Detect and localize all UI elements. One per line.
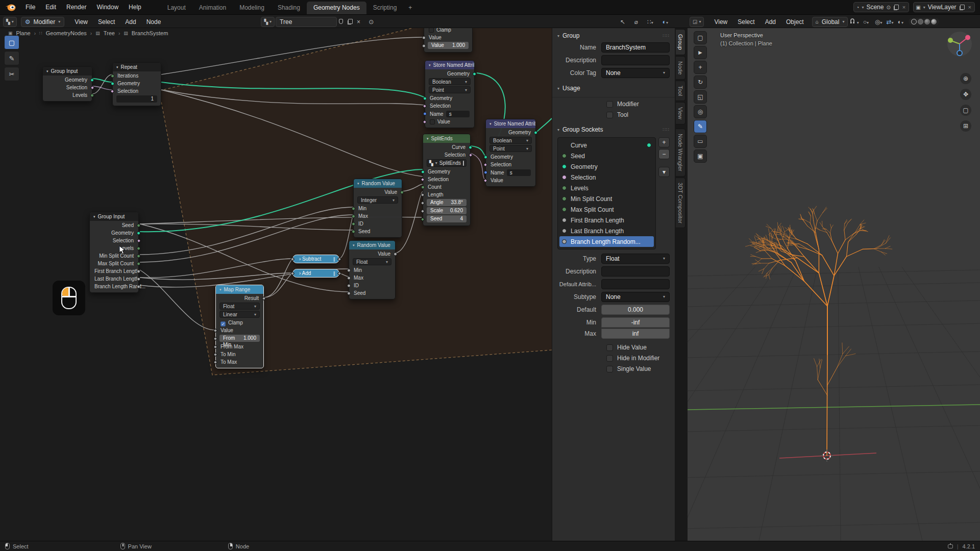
fake-user-shield-icon[interactable] — [463, 161, 464, 166]
node-dropdown[interactable]: Point▾ — [429, 86, 471, 93]
menu-node[interactable]: Node — [141, 17, 166, 27]
camera-view-button[interactable]: ▢ — [960, 105, 971, 116]
cursor-tool-button[interactable]: ► — [694, 46, 707, 59]
value-checkbox[interactable] — [430, 119, 435, 124]
socket-list-item[interactable]: Curve — [558, 140, 655, 151]
output-socket-min-split-count[interactable] — [137, 254, 140, 258]
unlink-icon[interactable]: × — [355, 18, 362, 26]
output-socket-value[interactable] — [394, 252, 397, 256]
new-copy-icon[interactable] — [345, 18, 355, 26]
sidebar-tab-node[interactable]: Node — [676, 56, 685, 80]
socket-list-item[interactable]: Levels — [558, 183, 655, 193]
move-tool-button[interactable]: + — [694, 61, 707, 74]
workspace-tab-layout[interactable]: Layout — [161, 2, 192, 14]
breadcrumb-item[interactable]: GeometryNodes — [46, 30, 87, 36]
node-map-range[interactable]: ▾Map RangeResultFloat▾Linear▾✓ClampValue… — [215, 285, 264, 368]
group-sockets-panel-header[interactable]: ▾Group Sockets ∷∷ — [552, 122, 675, 136]
output-socket-levels[interactable] — [137, 246, 140, 250]
name-input[interactable]: s — [507, 169, 531, 176]
hide-in-modifier-checkbox[interactable] — [606, 355, 613, 362]
cut-links-tool-button[interactable]: ✂ — [4, 67, 19, 81]
remove-socket-button[interactable]: − — [658, 149, 670, 159]
editor-type-button[interactable]: ◲▾ — [690, 17, 704, 27]
parent-node-icon[interactable]: ↖ — [618, 18, 627, 26]
input-socket-max[interactable] — [347, 276, 351, 280]
socket-list-item[interactable]: Seed — [558, 151, 655, 161]
node-value-field[interactable]: Value1.000 — [428, 42, 469, 49]
menu-select[interactable]: Select — [732, 17, 760, 27]
node-subtract[interactable]: › Subtract∥ — [292, 255, 339, 263]
node-clipped-math[interactable]: ClampValueValue1.000 — [424, 28, 473, 53]
node-value-field[interactable]: Scale0.620 — [427, 207, 467, 214]
node-store-named-attribute-2[interactable]: ▾Store Named Attrib...GeometryBoolean▾Po… — [485, 119, 536, 187]
node-header[interactable]: ▾Store Named Attribu... — [425, 61, 474, 69]
sidebar-tab-group[interactable]: Group — [676, 29, 685, 55]
output-socket-geometry[interactable] — [90, 78, 94, 82]
socket-description-field[interactable] — [601, 266, 670, 277]
node-splitends[interactable]: ▾SplitEndsCurveSelection▚▾SplitEndsGeome… — [423, 134, 471, 226]
node-header[interactable]: ▾Group Input — [90, 212, 138, 221]
tree-name-field[interactable]: Tree — [276, 17, 337, 27]
zoom-button[interactable]: ⊕ — [960, 73, 971, 84]
measure-tool-button[interactable]: ▭ — [694, 135, 707, 148]
node-group-input-2[interactable]: ▾Group InputSeedGeometrySelectionLevelsM… — [89, 212, 139, 293]
menu-view[interactable]: View — [69, 17, 93, 27]
sidebar-tab-view[interactable]: View — [676, 102, 685, 124]
input-socket-min[interactable] — [352, 207, 355, 210]
viewlayer-selector[interactable]: ▣▾ ViewLayer × — [913, 2, 975, 12]
node-random-value-2[interactable]: ▾Random ValueValueFloat▾MinMaxIDSeed — [349, 240, 396, 299]
input-socket-name[interactable] — [484, 171, 487, 174]
menu-edit[interactable]: Edit — [40, 2, 61, 12]
breadcrumb-item[interactable]: Tree — [104, 30, 115, 36]
pan-button[interactable]: ✥ — [960, 89, 971, 100]
collapse-icon[interactable]: ▾ — [93, 213, 95, 221]
min-value-field[interactable]: -inf — [601, 317, 670, 328]
tool-checkbox[interactable] — [606, 112, 613, 118]
copy-icon[interactable] — [894, 5, 899, 10]
sidebar-tab-node-wrangler[interactable]: Node Wrangler — [676, 129, 685, 177]
collapse-icon[interactable]: ▾ — [357, 180, 359, 188]
output-socket-seed[interactable] — [137, 223, 140, 227]
navigation-gizmo[interactable] — [946, 31, 973, 57]
input-socket-min[interactable] — [347, 268, 351, 272]
sidebar-tab-tool[interactable]: Tool — [676, 81, 685, 101]
node-value-field[interactable]: Angle33.8° — [427, 199, 467, 206]
node-random-value-1[interactable]: ▾Random ValueValueInteger▾MinMaxIDSeed — [353, 179, 402, 238]
node-header[interactable]: ▾Group Input — [43, 67, 92, 76]
shading-solid-button[interactable] — [918, 19, 923, 24]
snap-icon[interactable]: ∷▾ — [645, 18, 655, 26]
menu-select[interactable]: Select — [93, 17, 120, 27]
overlays-icon[interactable]: ◐▾ — [660, 18, 670, 26]
node-dropdown[interactable]: Boolean▾ — [429, 78, 471, 85]
shading-material-button[interactable] — [924, 19, 930, 24]
input-socket-seed[interactable] — [347, 291, 351, 295]
output-socket-geometry[interactable] — [137, 231, 140, 235]
menu-object[interactable]: Object — [781, 17, 809, 27]
add-cube-tool-button[interactable]: ▣ — [694, 149, 707, 163]
toggle-ortho-button[interactable]: ⊞ — [960, 120, 971, 132]
input-socket-id[interactable] — [347, 284, 351, 287]
menu-help[interactable]: Help — [124, 2, 146, 12]
node-value-field[interactable]: 1 — [116, 95, 157, 103]
menu-add[interactable]: Add — [120, 17, 141, 27]
output-socket-levels[interactable] — [90, 93, 94, 97]
hide-value-checkbox[interactable] — [606, 344, 613, 351]
menu-view[interactable]: View — [709, 17, 732, 27]
input-socket-value[interactable] — [422, 36, 426, 39]
proportional-edit-icon[interactable]: ○▾ — [861, 18, 871, 26]
node-value-field[interactable]: From Min1.000 — [219, 335, 260, 342]
pin-icon[interactable]: ⊙ — [886, 5, 890, 10]
editor-type-button[interactable]: ▚▾ — [3, 17, 17, 27]
add-socket-button[interactable]: + — [658, 137, 670, 147]
node-value-field[interactable]: Seed4 — [427, 215, 467, 222]
node-header[interactable]: ▾SplitEnds — [423, 134, 470, 143]
node-dropdown[interactable]: Point▾ — [489, 145, 532, 152]
output-socket-first-branch-length[interactable] — [137, 269, 140, 273]
clamp-checkbox[interactable]: ✓ — [220, 321, 226, 327]
input-socket-max[interactable] — [352, 214, 355, 218]
group-description-field[interactable] — [601, 55, 670, 65]
viewport-3d[interactable]: User Perspective (1) Collection | Plane … — [688, 28, 980, 541]
visibility-icon[interactable]: ◎▾ — [873, 18, 885, 26]
socket-list-item[interactable]: Branch Length Random... — [559, 236, 654, 247]
collapse-icon[interactable]: ▾ — [46, 67, 48, 76]
